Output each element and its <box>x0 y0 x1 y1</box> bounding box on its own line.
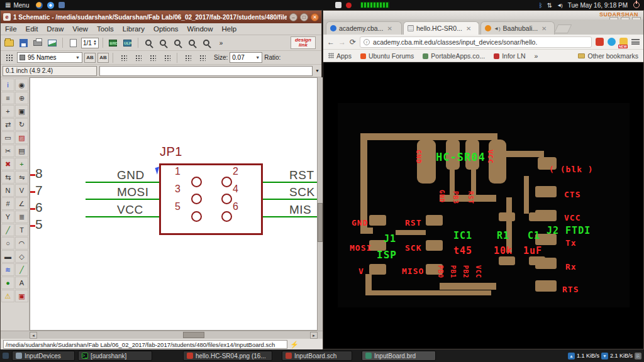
new-tab-button[interactable] <box>554 25 572 33</box>
tab-close-icon[interactable]: ✕ <box>387 25 392 32</box>
menu-library[interactable]: Library <box>118 25 149 33</box>
copy-tool-icon[interactable]: ▣ <box>15 105 28 118</box>
menu-file[interactable]: File <box>1 25 21 33</box>
cut-tool-icon[interactable]: ✂ <box>1 145 14 157</box>
tab-audio-icon[interactable]: ◄) <box>494 26 501 31</box>
run-ulp-icon[interactable]: ULP <box>121 36 134 49</box>
align-grid-icon-2[interactable] <box>131 52 144 64</box>
tab-close-icon[interactable]: ✕ <box>541 25 547 32</box>
net-label[interactable]: RST <box>289 168 314 182</box>
pin-pad[interactable] <box>221 194 232 204</box>
extension-icon-1[interactable] <box>596 38 604 46</box>
text-tool-icon[interactable]: T <box>15 224 28 236</box>
network-monitor[interactable]: ▲ 1.1 KiB/s ▼ 2.1 KiB/s ⎘ <box>568 353 641 359</box>
align-grid-icon-1[interactable] <box>117 52 130 64</box>
polygon-tool-icon[interactable]: ◇ <box>15 250 28 263</box>
maximize-button[interactable]: □ <box>300 13 308 21</box>
volume-icon[interactable]: ◄) <box>557 3 562 8</box>
pin-pad[interactable] <box>191 177 202 187</box>
toolbar-overflow-chevron[interactable]: » <box>219 40 223 47</box>
grid-icon[interactable] <box>3 52 15 64</box>
tab-baahubali[interactable]: ◄) Baahubali... ✕ <box>480 21 555 35</box>
command-input[interactable] <box>99 66 313 76</box>
schematic-canvas[interactable]: 8 7 6 5 GND MOSI VCC RST SCK MIS JP1 1 2… <box>30 77 318 331</box>
firefox-launcher-icon[interactable] <box>36 2 43 9</box>
junction-tool-icon[interactable]: ● <box>1 277 14 289</box>
pin-pad[interactable] <box>221 177 232 187</box>
net-tool-icon[interactable]: ╱ <box>15 263 28 276</box>
task-inputboard-brd[interactable]: InputBoard.brd <box>362 351 436 361</box>
recording-indicator-icon[interactable] <box>346 3 352 8</box>
net-label[interactable]: VCC <box>117 203 143 217</box>
bookmarks-overflow-chevron[interactable]: » <box>534 52 538 60</box>
name-tool-icon[interactable]: N <box>1 184 14 197</box>
menu-view[interactable]: View <box>68 25 92 33</box>
zoom-in-icon[interactable] <box>157 36 169 49</box>
miter-tool-icon[interactable]: ∠ <box>15 197 28 210</box>
bookmark-infor-ln[interactable]: Infor LN <box>494 52 525 60</box>
menu-options[interactable]: Options <box>149 25 183 33</box>
menu-tools[interactable]: Tools <box>92 25 118 33</box>
arc-tool-icon[interactable]: ◠ <box>15 237 28 250</box>
scroll-right-icon[interactable]: ► <box>310 332 318 339</box>
power-icon[interactable] <box>633 2 640 8</box>
mark-tool-icon[interactable]: ⊕ <box>15 92 28 104</box>
change-tool-icon[interactable]: ▨ <box>15 131 28 144</box>
info-tool-icon[interactable]: i <box>1 79 14 91</box>
display-layers-tool-icon[interactable]: ≡ <box>1 92 14 104</box>
net-number[interactable]: 8 <box>35 166 43 181</box>
clock[interactable]: Tue May 16, 9:18 PM <box>568 2 628 9</box>
menu-window[interactable]: Window <box>183 25 218 33</box>
screenshot-launcher-icon[interactable] <box>58 2 65 8</box>
rect-tool-icon[interactable]: ▬ <box>1 250 14 263</box>
horizontal-scrollbar[interactable]: ◄ ► <box>1 331 323 339</box>
vertical-scrollbar-thumb[interactable] <box>318 203 323 242</box>
design-link-button[interactable]: design link <box>291 36 316 49</box>
spinner-arrows-icon[interactable]: ▲▼ <box>93 40 97 46</box>
horizontal-scrollbar-thumb[interactable] <box>183 332 204 338</box>
net-label[interactable]: MIS <box>289 203 311 217</box>
pinswap-tool-icon[interactable]: ⇆ <box>1 171 14 184</box>
chromium-launcher-icon[interactable] <box>47 2 54 9</box>
task-inputboard-sch[interactable]: InputBoard.sch <box>282 351 352 361</box>
open-board-icon[interactable]: BRD <box>107 36 119 49</box>
scroll-left-icon[interactable]: ◄ <box>30 332 37 339</box>
menu-draw[interactable]: Draw <box>42 25 68 33</box>
other-bookmarks[interactable]: Other bookmarks <box>578 52 638 60</box>
menu-help[interactable]: Help <box>217 25 241 33</box>
page-info-icon[interactable]: i <box>364 39 370 45</box>
extension-icon-3[interactable]: NEW <box>619 38 628 46</box>
tab-hello-hc-sr04[interactable]: hello.HC-SR0... ✕ <box>403 21 479 35</box>
menu-edit[interactable]: Edit <box>21 25 43 33</box>
bookmark-ubuntu-forums[interactable]: Ubuntu Forums <box>360 52 414 60</box>
pin-pad[interactable] <box>221 211 232 222</box>
net-number[interactable]: 6 <box>35 200 43 215</box>
task-terminal[interactable]: >_ [sudarshank] <box>78 351 152 361</box>
part-name[interactable]: JP1 <box>160 145 182 159</box>
zoom-redraw-icon[interactable] <box>186 36 198 49</box>
text-style-ab-button-1[interactable]: AB <box>84 53 96 63</box>
wire-tool-icon[interactable]: ╱ <box>1 224 14 236</box>
erc-tool-icon[interactable]: ⚠ <box>1 290 14 302</box>
text-style-ab-button-2[interactable]: AB <box>97 53 109 63</box>
close-button[interactable]: ✕ <box>311 13 319 21</box>
zoom-fit-icon[interactable] <box>142 36 155 49</box>
zoom-out-icon[interactable] <box>171 36 184 49</box>
url-field[interactable]: i academy.cba.mit.edu/classes/input_devi… <box>360 36 592 48</box>
save-icon[interactable] <box>17 36 30 49</box>
command-caret-icon[interactable]: ▼ <box>315 69 319 73</box>
label-tool-icon[interactable]: A <box>15 277 28 289</box>
zoom-select-icon[interactable] <box>200 36 213 49</box>
tab-close-icon[interactable]: ✕ <box>466 25 471 32</box>
align-grid-icon-4[interactable] <box>160 52 173 64</box>
taskbar-applet-icon[interactable] <box>3 353 9 359</box>
paste-tool-icon[interactable]: ▤ <box>15 145 28 157</box>
pin-pad[interactable] <box>191 211 202 222</box>
net-number[interactable]: 5 <box>35 217 43 232</box>
split-tool-icon[interactable]: Y <box>1 211 14 223</box>
page-content[interactable]: HC-SR04GNDVCC( (blk )CTSVCCJ2 FTDITxRxRT… <box>323 62 643 349</box>
net-label[interactable]: SCK <box>289 185 315 199</box>
sheet-selector[interactable]: 1/1 ▲▼ <box>81 38 99 48</box>
task-inputdevices[interactable]: InputDevices <box>12 351 75 361</box>
browser-titlebar[interactable] <box>323 11 643 19</box>
